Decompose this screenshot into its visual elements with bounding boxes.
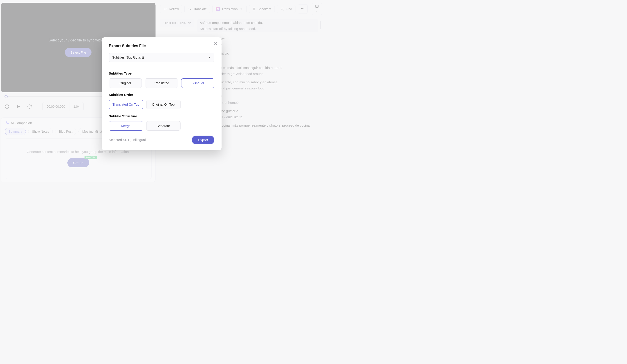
- close-icon[interactable]: ✕: [214, 42, 217, 46]
- subtitles-type-label: Subtitles Type: [109, 71, 214, 75]
- divider: [109, 67, 214, 67]
- selection-summary: Selected SRT、Bilingual: [109, 138, 146, 142]
- order-option-original-on-top[interactable]: Original On Top: [146, 100, 181, 109]
- modal-overlay: Export Subtitles File ✕ Subtitles (SubRi…: [0, 0, 323, 187]
- order-option-translated-on-top[interactable]: Translated On Top: [109, 100, 143, 109]
- format-select[interactable]: Subtitles (SubRip .srt) ▼: [109, 53, 214, 62]
- subtitles-order-label: Subtitles Order: [109, 93, 214, 97]
- structure-option-separate[interactable]: Separate: [146, 121, 181, 131]
- type-option-original[interactable]: Original: [109, 78, 142, 88]
- format-value: Subtitles (SubRip .srt): [112, 56, 144, 59]
- chevron-down-icon: ▼: [208, 56, 211, 59]
- modal-title: Export Subtitles File: [109, 44, 214, 48]
- subtitle-structure-label: Subtitle Structure: [109, 114, 214, 118]
- export-button[interactable]: Export: [192, 136, 214, 144]
- export-subtitles-modal: Export Subtitles File ✕ Subtitles (SubRi…: [102, 37, 221, 150]
- type-option-bilingual[interactable]: Bilingual: [181, 78, 214, 88]
- type-option-translated[interactable]: Translated: [145, 78, 178, 88]
- structure-option-merge[interactable]: Merge: [109, 121, 143, 131]
